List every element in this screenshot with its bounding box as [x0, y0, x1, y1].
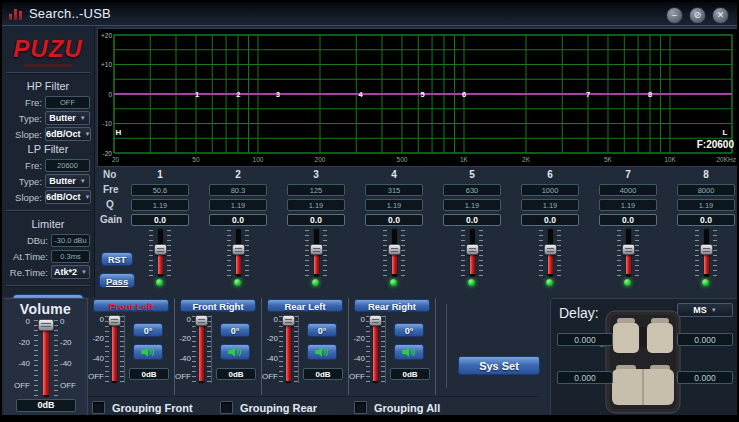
attack-time-input[interactable]: 0.3ms — [51, 250, 90, 263]
delay-panel: Delay: MS▼ 0.000 0.000 0.000 0.000 — [550, 298, 739, 418]
fader-thumb[interactable] — [195, 315, 208, 326]
band-gain-fader[interactable] — [149, 229, 171, 277]
band-q-input[interactable]: 1.19 — [131, 199, 189, 211]
channel-gain-value[interactable]: 0dB — [216, 368, 256, 380]
delay-front-right-input[interactable]: 0.000 — [677, 333, 733, 346]
band-gain-fader[interactable] — [617, 229, 639, 277]
fader-thumb[interactable] — [466, 244, 479, 255]
svg-text:3: 3 — [276, 90, 280, 99]
band-gain-fader[interactable] — [695, 229, 717, 277]
master-volume-fader[interactable] — [34, 319, 58, 397]
band-gain-input[interactable]: 0.0 — [521, 214, 579, 226]
band-q-input[interactable]: 1.19 — [287, 199, 345, 211]
fader-thumb[interactable] — [622, 244, 635, 255]
channel-select-button[interactable]: Rear Right — [354, 299, 430, 312]
delay-rear-left-input[interactable]: 0.000 — [557, 371, 613, 384]
channel-level-fader[interactable] — [279, 315, 299, 383]
phase-button[interactable]: 0° — [307, 323, 337, 337]
band-gain-fader[interactable] — [227, 229, 249, 277]
band-frequency-input[interactable]: 8000 — [677, 184, 735, 196]
band-gain-input[interactable]: 0.0 — [365, 214, 423, 226]
band-q-input[interactable]: 1.19 — [677, 199, 735, 211]
band-frequency-input[interactable]: 125 — [287, 184, 345, 196]
band-q-input[interactable]: 1.19 — [599, 199, 657, 211]
fader-thumb[interactable] — [388, 244, 401, 255]
fader-thumb[interactable] — [700, 244, 713, 255]
lp-slope-select[interactable]: 6dB/Oct▼ — [45, 190, 91, 204]
fader-thumb[interactable] — [544, 244, 557, 255]
hp-slope-select[interactable]: 6dB/Oct▼ — [45, 127, 91, 141]
fader-thumb[interactable] — [154, 244, 167, 255]
channel-select-button[interactable]: Front Right — [180, 299, 256, 312]
dbu-input[interactable]: -30.0 dBu — [51, 234, 90, 247]
lp-type-select[interactable]: Butter▼ — [45, 174, 90, 188]
mute-button[interactable] — [133, 344, 163, 360]
band-q-input[interactable]: 1.19 — [365, 199, 423, 211]
svg-text:H: H — [115, 128, 121, 137]
band-frequency-input[interactable]: 630 — [443, 184, 501, 196]
grouping-rear-checkbox[interactable] — [220, 401, 233, 414]
close-button[interactable]: ✕ — [712, 7, 729, 24]
channel-select-button[interactable]: Front Left — [93, 299, 169, 312]
phase-button[interactable]: 0° — [133, 323, 163, 337]
band-frequency-input[interactable]: 1000 — [521, 184, 579, 196]
hp-type-select[interactable]: Butter▼ — [45, 111, 90, 125]
band-gain-fader[interactable] — [539, 229, 561, 277]
band-gain-fader[interactable] — [383, 229, 405, 277]
channel-select-button[interactable]: Rear Left — [267, 299, 343, 312]
svg-text:0: 0 — [108, 91, 112, 98]
band-gain-input[interactable]: 0.0 — [209, 214, 267, 226]
svg-text:100: 100 — [253, 156, 264, 163]
minimize-button[interactable]: – — [666, 7, 683, 24]
release-time-select[interactable]: Atk*2▼ — [51, 265, 90, 279]
fader-thumb[interactable] — [369, 315, 382, 326]
volume-value[interactable]: 0dB — [16, 399, 76, 412]
eq-response-graph[interactable]: +20+100-10-2020501002005001K2K5K10K20KHz… — [98, 29, 738, 166]
delay-rear-right-input[interactable]: 0.000 — [677, 371, 733, 384]
band-gain-input[interactable]: 0.0 — [131, 214, 189, 226]
band-q-input[interactable]: 1.19 — [209, 199, 267, 211]
fader-thumb[interactable] — [38, 319, 54, 331]
pass-button[interactable]: Pass — [99, 273, 135, 288]
band-gain-input[interactable]: 0.0 — [287, 214, 345, 226]
channel-level-fader[interactable] — [192, 315, 212, 383]
phase-button[interactable]: 0° — [220, 323, 250, 337]
mute-button[interactable] — [307, 344, 337, 360]
delay-front-left-input[interactable]: 0.000 — [557, 333, 613, 346]
maximize-button[interactable]: ⊘ — [689, 7, 706, 24]
band-frequency-input[interactable]: 80.3 — [209, 184, 267, 196]
hp-fre-input[interactable]: OFF — [45, 96, 90, 109]
band-frequency-input[interactable]: 315 — [365, 184, 423, 196]
eq-band: 7 4000 1.19 0.0 — [589, 167, 667, 295]
band-frequency-input[interactable]: 4000 — [599, 184, 657, 196]
band-q-input[interactable]: 1.19 — [443, 199, 501, 211]
chevron-down-icon: ▼ — [85, 194, 91, 200]
grouping-all-checkbox[interactable] — [354, 401, 367, 414]
speaker-icon — [401, 345, 417, 359]
lp-fre-input[interactable]: 20600 — [45, 159, 90, 172]
fader-thumb[interactable] — [232, 244, 245, 255]
channel-gain-value[interactable]: 0dB — [390, 368, 430, 380]
sys-set-button[interactable]: Sys Set — [458, 356, 540, 375]
phase-button[interactable]: 0° — [394, 323, 424, 337]
band-gain-input[interactable]: 0.0 — [443, 214, 501, 226]
rst-button[interactable]: RST — [101, 252, 133, 266]
band-gain-input[interactable]: 0.0 — [677, 214, 735, 226]
band-gain-fader[interactable] — [305, 229, 327, 277]
dbu-label: DBu: — [6, 235, 48, 246]
channel-gain-value[interactable]: 0dB — [303, 368, 343, 380]
fader-thumb[interactable] — [282, 315, 295, 326]
band-frequency-input[interactable]: 50.6 — [131, 184, 189, 196]
channel-level-fader[interactable] — [105, 315, 125, 383]
fader-thumb[interactable] — [310, 244, 323, 255]
band-gain-input[interactable]: 0.0 — [599, 214, 657, 226]
grouping-front-checkbox[interactable] — [92, 401, 105, 414]
channel-gain-value[interactable]: 0dB — [129, 368, 169, 380]
mute-button[interactable] — [220, 344, 250, 360]
car-seat-map[interactable] — [595, 309, 691, 415]
channel-level-fader[interactable] — [366, 315, 386, 383]
mute-button[interactable] — [394, 344, 424, 360]
band-gain-fader[interactable] — [461, 229, 483, 277]
fader-thumb[interactable] — [108, 315, 121, 326]
band-q-input[interactable]: 1.19 — [521, 199, 579, 211]
